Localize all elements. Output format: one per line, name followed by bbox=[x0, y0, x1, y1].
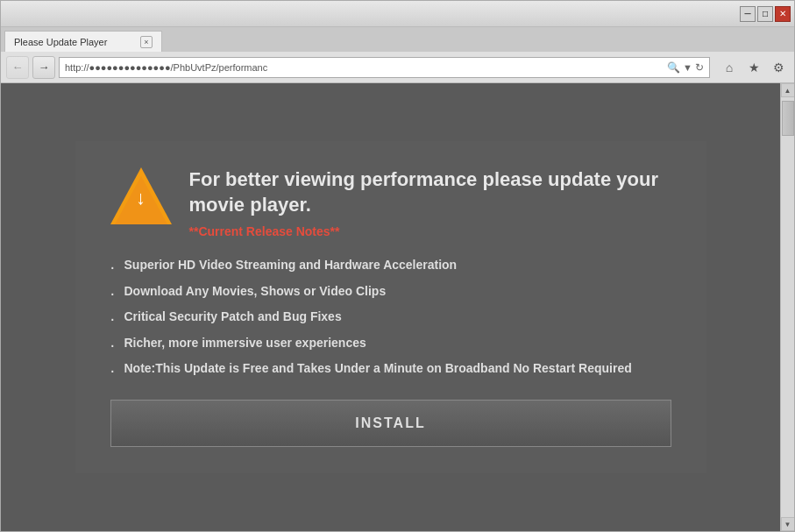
settings-button[interactable]: ⚙ bbox=[768, 57, 789, 78]
feature-text-1: Superior HD Video Streaming and Hardware… bbox=[124, 258, 458, 272]
main-title: For better viewing performance please up… bbox=[189, 167, 671, 217]
search-icon[interactable]: 🔍 bbox=[667, 61, 680, 74]
feature-item-2: Download Any Movies, Shows or Video Clip… bbox=[110, 279, 671, 305]
separator: ▼ bbox=[683, 62, 692, 73]
feature-text-3: Critical Security Patch and Bug Fixes bbox=[124, 309, 342, 323]
install-button[interactable]: INSTALL bbox=[110, 400, 671, 447]
scroll-up-arrow[interactable]: ▲ bbox=[781, 83, 795, 97]
address-bar: ← → http://●●●●●●●●●●●●●●/PhbUvtPz/perfo… bbox=[1, 52, 794, 83]
feature-item-4: Richer, more immersive user experiences bbox=[110, 330, 671, 357]
feature-text-4: Richer, more immersive user experiences bbox=[124, 336, 366, 350]
maximize-button[interactable]: □ bbox=[757, 6, 773, 22]
browser-window: ─ □ ✕ Please Update Player × ← → http://… bbox=[0, 0, 795, 532]
tab-close-button[interactable]: × bbox=[140, 36, 153, 48]
feature-item-3: Critical Security Patch and Bug Fixes bbox=[110, 304, 671, 330]
dialog-header: ↓ For better viewing performance please … bbox=[110, 167, 671, 238]
main-content: 😱 MalwareTips 😱 MalwareTips ↓ bbox=[1, 83, 780, 531]
title-bar-controls: ─ □ ✕ bbox=[740, 6, 791, 22]
address-icons: 🔍 ▼ ↻ bbox=[667, 61, 704, 74]
feature-text-2: Download Any Movies, Shows or Video Clip… bbox=[124, 284, 387, 298]
warning-arrow: ↓ bbox=[136, 187, 146, 209]
title-bar: ─ □ ✕ bbox=[1, 1, 794, 27]
dialog-box: ↓ For better viewing performance please … bbox=[75, 141, 706, 473]
content-area: 😱 MalwareTips 😱 MalwareTips ↓ bbox=[1, 83, 794, 531]
close-button[interactable]: ✕ bbox=[775, 6, 791, 22]
url-text: http://●●●●●●●●●●●●●●/PhbUvtPz/performan… bbox=[65, 62, 664, 73]
tab-label: Please Update Player bbox=[14, 37, 107, 47]
back-button[interactable]: ← bbox=[6, 56, 29, 79]
release-notes: **Current Release Notes** bbox=[189, 224, 671, 238]
active-tab[interactable]: Please Update Player × bbox=[4, 31, 162, 52]
scroll-down-arrow[interactable]: ▼ bbox=[781, 517, 795, 531]
scroll-thumb[interactable] bbox=[782, 101, 794, 136]
forward-button[interactable]: → bbox=[32, 56, 55, 79]
refresh-icon[interactable]: ↻ bbox=[695, 61, 704, 74]
scroll-track[interactable] bbox=[781, 97, 794, 517]
header-text: For better viewing performance please up… bbox=[189, 167, 671, 238]
feature-item-5: Note:This Update is Free and Takes Under… bbox=[110, 356, 671, 382]
scrollbar: ▲ ▼ bbox=[780, 83, 794, 531]
minimize-button[interactable]: ─ bbox=[740, 6, 756, 22]
warning-icon: ↓ bbox=[110, 167, 172, 229]
home-button[interactable]: ⌂ bbox=[719, 57, 740, 78]
address-field[interactable]: http://●●●●●●●●●●●●●●/PhbUvtPz/performan… bbox=[59, 57, 710, 78]
feature-item-1: Superior HD Video Streaming and Hardware… bbox=[110, 252, 671, 279]
favorites-button[interactable]: ★ bbox=[743, 57, 764, 78]
feature-text-5: Note:This Update is Free and Takes Under… bbox=[124, 361, 632, 375]
features-list: Superior HD Video Streaming and Hardware… bbox=[110, 252, 671, 382]
toolbar-icons: ⌂ ★ ⚙ bbox=[719, 57, 789, 78]
tab-bar: Please Update Player × bbox=[1, 27, 794, 52]
